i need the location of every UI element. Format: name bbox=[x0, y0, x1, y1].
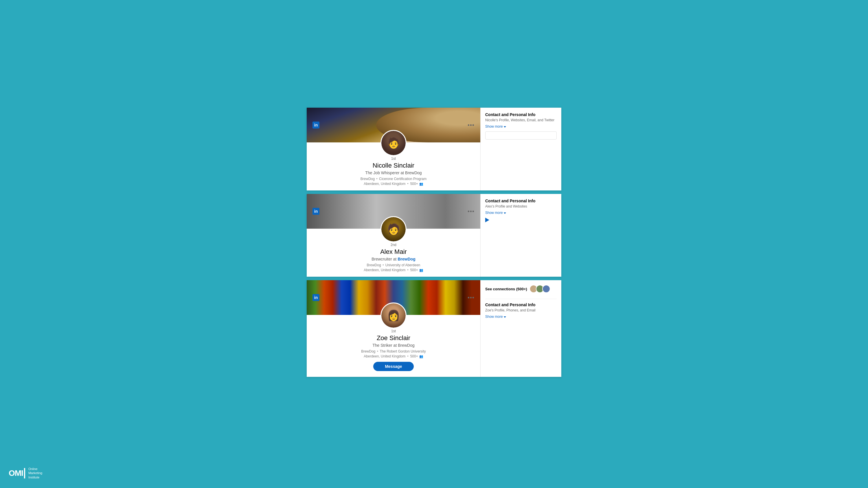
profile-title-zoe: The Striker at BrewDog bbox=[312, 343, 474, 347]
connection-degree-alex: 2nd bbox=[312, 243, 474, 247]
profile-title-alex: Brewcruiter at BrewDog bbox=[312, 257, 474, 262]
more-options-nicolle[interactable]: ••• bbox=[468, 122, 474, 128]
contact-title-alex: Contact and Personal Info bbox=[485, 199, 557, 203]
conn-avatar-3 bbox=[542, 285, 550, 293]
omi-line3: Institute bbox=[28, 475, 42, 479]
profile-name-nicolle[interactable]: Nicolle Sinclair bbox=[312, 162, 474, 169]
profile-location-alex: Aberdeen, United Kingdom • 500+ 👥 bbox=[312, 268, 474, 272]
connection-degree-zoe: 1st bbox=[312, 329, 474, 333]
profile-card-nicolle: in ••• 🧑 1st Nicolle Sinclair The Job Wh… bbox=[307, 108, 480, 190]
title-text-alex: Brewcruiter at BrewDog bbox=[372, 257, 415, 262]
right-panel-nicolle: Contact and Personal Info Nicolle's Prof… bbox=[480, 108, 561, 190]
connection-degree-nicolle: 1st bbox=[312, 157, 474, 161]
profile-card-wrapper-1: in ••• 🧑 1st Nicolle Sinclair The Job Wh… bbox=[307, 108, 561, 190]
profile-card-zoe: in ••• 👩 1st Zoe Sinclair The Striker at… bbox=[307, 280, 480, 377]
profile-name-zoe[interactable]: Zoe Sinclair bbox=[312, 334, 474, 342]
omi-logo: OMI Online Marketing Institute bbox=[9, 467, 42, 479]
panel-divider-zoe bbox=[485, 299, 557, 299]
education-nicolle: Cicerone Certification Program bbox=[379, 177, 427, 181]
right-panel-zoe: See connections (500+) Contact and Perso… bbox=[480, 280, 561, 377]
profile-card-wrapper-2: in ••• 🧑 2nd Alex Mair Brewcruiter at Br… bbox=[307, 194, 561, 277]
education-alex: University of Aberdeen bbox=[385, 263, 421, 267]
company-zoe: BrewDog bbox=[361, 349, 375, 354]
company-link-alex[interactable]: BrewDog bbox=[398, 257, 415, 262]
title-text-zoe: The Striker at BrewDog bbox=[372, 343, 414, 347]
company-nicolle: BrewDog bbox=[361, 177, 375, 181]
profile-title-nicolle: The Job Whisperer at BrewDog bbox=[312, 171, 474, 175]
connections-nicolle: 500+ bbox=[410, 182, 418, 186]
contact-title-nicolle: Contact and Personal Info bbox=[485, 112, 557, 117]
omi-logo-bar bbox=[24, 468, 25, 479]
card-inner-nicolle: in ••• 🧑 1st Nicolle Sinclair The Job Wh… bbox=[307, 143, 480, 190]
card-top-bar-zoe: in ••• bbox=[312, 294, 474, 315]
see-connections-zoe[interactable]: See connections (500+) bbox=[485, 285, 557, 293]
show-more-text-zoe: Show more bbox=[485, 315, 503, 319]
profile-meta-zoe: BrewDog • The Robert Gordon University bbox=[312, 349, 474, 354]
company-alex: BrewDog bbox=[367, 263, 381, 267]
card-inner-alex: in ••• 🧑 2nd Alex Mair Brewcruiter at Br… bbox=[307, 228, 480, 277]
linkedin-icon: in bbox=[312, 122, 319, 128]
show-more-zoe[interactable]: Show more bbox=[485, 315, 557, 319]
play-triangle-icon bbox=[485, 218, 489, 222]
connections-icon-nicolle: 👥 bbox=[419, 182, 423, 186]
location-text-zoe: Aberdeen, United Kingdom bbox=[364, 354, 405, 358]
omi-line1: Online bbox=[28, 467, 42, 471]
chevron-down-icon-nicolle bbox=[504, 126, 506, 128]
card-top-bar-alex: in ••• bbox=[312, 208, 474, 229]
linkedin-icon-zoe: in bbox=[312, 294, 319, 301]
profiles-container: in ••• 🧑 1st Nicolle Sinclair The Job Wh… bbox=[307, 108, 561, 380]
omi-logo-text: Online Marketing Institute bbox=[28, 467, 42, 479]
separator-nicolle: • bbox=[376, 177, 379, 181]
partial-play-button[interactable] bbox=[485, 218, 557, 222]
show-more-nicolle[interactable]: Show more bbox=[485, 124, 557, 128]
location-text-nicolle: Aberdeen, United Kingdom bbox=[364, 182, 405, 186]
right-panel-alex: Contact and Personal Info Alex's Profile… bbox=[480, 194, 561, 277]
connections-alex: 500+ bbox=[410, 268, 418, 272]
profile-meta-alex: BrewDog • University of Aberdeen bbox=[312, 263, 474, 267]
title-text-nicolle: The Job Whisperer at BrewDog bbox=[365, 171, 422, 175]
location-text-alex: Aberdeen, United Kingdom bbox=[364, 268, 405, 272]
omi-line2: Marketing bbox=[28, 471, 42, 475]
more-options-alex[interactable]: ••• bbox=[468, 208, 474, 214]
profile-location-zoe: Aberdeen, United Kingdom • 500+ 👥 bbox=[312, 354, 474, 358]
profile-card-alex: in ••• 🧑 2nd Alex Mair Brewcruiter at Br… bbox=[307, 194, 480, 277]
omi-logo-mark: OMI bbox=[9, 468, 26, 479]
show-more-text-alex: Show more bbox=[485, 211, 503, 215]
contact-sub-alex: Alex's Profile and Websites bbox=[485, 204, 557, 208]
contact-sub-nicolle: Nicolle's Profile, Websites, Email, and … bbox=[485, 118, 557, 122]
omi-letters: OMI bbox=[9, 468, 23, 478]
profile-name-alex[interactable]: Alex Mair bbox=[312, 248, 474, 255]
show-more-alex[interactable]: Show more bbox=[485, 211, 557, 215]
card-inner-zoe: in ••• 👩 1st Zoe Sinclair The Striker at… bbox=[307, 315, 480, 377]
see-connections-text-zoe: See connections (500+) bbox=[485, 287, 527, 291]
education-zoe: The Robert Gordon University bbox=[380, 349, 426, 354]
partial-search-bar[interactable] bbox=[485, 131, 557, 140]
card-top-bar-nicolle: in ••• bbox=[312, 122, 474, 143]
linkedin-icon-alex: in bbox=[312, 208, 319, 215]
connections-icon-alex: 👥 bbox=[419, 268, 423, 272]
connection-avatars-zoe bbox=[529, 285, 550, 293]
chevron-down-icon-zoe bbox=[504, 316, 506, 318]
profile-location-nicolle: Aberdeen, United Kingdom • 500+ 👥 bbox=[312, 182, 474, 186]
profile-meta-nicolle: BrewDog • Cicerone Certification Program bbox=[312, 177, 474, 181]
message-button-zoe[interactable]: Message bbox=[373, 362, 414, 371]
show-more-text-nicolle: Show more bbox=[485, 124, 503, 128]
connections-icon-zoe: 👥 bbox=[419, 355, 423, 358]
connections-zoe: 500+ bbox=[410, 354, 418, 358]
profile-card-wrapper-3: in ••• 👩 1st Zoe Sinclair The Striker at… bbox=[307, 280, 561, 377]
contact-title-zoe: Contact and Personal Info bbox=[485, 302, 557, 307]
contact-sub-zoe: Zoe's Profile, Phones, and Email bbox=[485, 308, 557, 312]
chevron-down-icon-alex bbox=[504, 212, 506, 214]
more-options-zoe[interactable]: ••• bbox=[468, 295, 474, 300]
